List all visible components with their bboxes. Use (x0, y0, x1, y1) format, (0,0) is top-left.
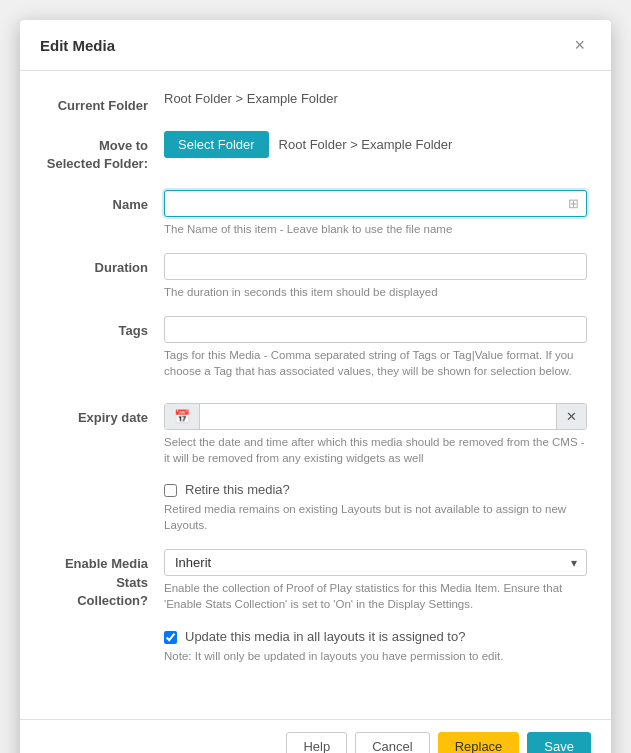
current-folder-value: Root Folder > Example Folder (164, 85, 338, 106)
retire-checkbox[interactable] (164, 484, 177, 497)
retire-row: Retire this media? Retired media remains… (44, 482, 587, 533)
selected-folder-path: Root Folder > Example Folder (279, 137, 453, 152)
modal-footer: Help Cancel Replace Save (20, 719, 611, 753)
stats-select[interactable]: Inherit On Off (164, 549, 587, 576)
modal-header: Edit Media × (20, 20, 611, 71)
expiry-date-row: Expiry date 📅 ✕ Select the date and time… (44, 403, 587, 466)
clear-icon: ✕ (566, 409, 577, 424)
replace-button[interactable]: Replace (438, 732, 520, 753)
retire-checkbox-row: Retire this media? (164, 482, 587, 497)
close-button[interactable]: × (568, 34, 591, 56)
name-input-wrap: coffee ⊞ (164, 190, 587, 217)
tags-input[interactable] (164, 316, 587, 343)
name-help-text: The Name of this item - Leave blank to u… (164, 221, 587, 237)
name-input[interactable]: coffee (164, 190, 587, 217)
update-label-empty (44, 629, 164, 635)
stats-select-wrap: Inherit On Off ▾ (164, 549, 587, 576)
stats-label: Enable Media Stats Collection? (44, 549, 164, 610)
modal-title: Edit Media (40, 37, 115, 54)
expiry-date-label: Expiry date (44, 403, 164, 427)
expiry-calendar-button[interactable]: 📅 (165, 404, 200, 429)
stats-help-text: Enable the collection of Proof of Play s… (164, 580, 587, 612)
update-help-text: Note: It will only be updated in layouts… (164, 648, 587, 664)
folder-row: Select Folder Root Folder > Example Fold… (164, 131, 587, 158)
expiry-row: 📅 ✕ (164, 403, 587, 430)
retire-help-text: Retired media remains on existing Layout… (164, 501, 587, 533)
retire-label-empty (44, 482, 164, 488)
name-label: Name (44, 190, 164, 214)
calendar-icon: 📅 (174, 409, 190, 424)
expiry-help-text: Select the date and time after which thi… (164, 434, 587, 466)
help-button[interactable]: Help (286, 732, 347, 753)
duration-label: Duration (44, 253, 164, 277)
current-folder-label: Current Folder (44, 91, 164, 115)
edit-media-modal: Edit Media × Current Folder Root Folder … (20, 20, 611, 753)
duration-help-text: The duration in seconds this item should… (164, 284, 587, 300)
current-folder-row: Current Folder Root Folder > Example Fol… (44, 91, 587, 115)
cancel-button[interactable]: Cancel (355, 732, 429, 753)
select-folder-button[interactable]: Select Folder (164, 131, 269, 158)
name-row: Name coffee ⊞ The Name of this item - Le… (44, 190, 587, 237)
stats-row: Enable Media Stats Collection? Inherit O… (44, 549, 587, 612)
tags-label: Tags (44, 316, 164, 340)
move-to-folder-label: Move to Selected Folder: (44, 131, 164, 173)
duration-row: Duration 10 The duration in seconds this… (44, 253, 587, 300)
expiry-clear-button[interactable]: ✕ (556, 404, 586, 429)
name-input-icon: ⊞ (568, 196, 579, 211)
expiry-date-input[interactable] (200, 404, 556, 429)
modal-body: Current Folder Root Folder > Example Fol… (20, 71, 611, 719)
tags-help-text: Tags for this Media - Comma separated st… (164, 347, 587, 379)
move-to-folder-row: Move to Selected Folder: Select Folder R… (44, 131, 587, 173)
update-row: Update this media in all layouts it is a… (44, 629, 587, 664)
update-checkbox-label[interactable]: Update this media in all layouts it is a… (185, 629, 465, 644)
tags-row: Tags Tags for this Media - Comma separat… (44, 316, 587, 379)
update-checkbox[interactable] (164, 631, 177, 644)
update-checkbox-row: Update this media in all layouts it is a… (164, 629, 587, 644)
save-button[interactable]: Save (527, 732, 591, 753)
duration-input[interactable]: 10 (164, 253, 587, 280)
retire-checkbox-label[interactable]: Retire this media? (185, 482, 290, 497)
